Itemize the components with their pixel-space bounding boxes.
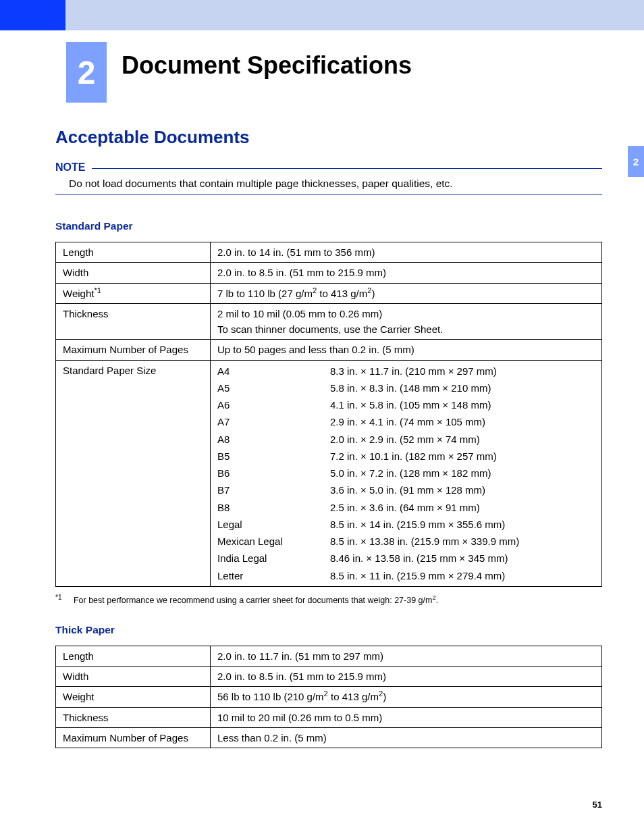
chapter-number: 2 [78, 54, 96, 91]
thick-paper-heading: Thick Paper [55, 624, 602, 636]
cell-label: Length [56, 242, 211, 263]
table-row: Width 2.0 in. to 8.5 in. (51 mm to 215.9… [56, 667, 602, 687]
size-name: A5 [217, 380, 330, 396]
size-dimension: 5.0 in. × 7.2 in. (128 mm × 182 mm) [330, 465, 595, 481]
cell-label: Thickness [56, 303, 211, 340]
size-dimension: 7.2 in. × 10.1 in. (182 mm × 257 mm) [330, 448, 595, 465]
size-name: A8 [217, 431, 330, 448]
note-text: Do not load documents that contain multi… [55, 174, 602, 194]
size-name: A4 [217, 363, 330, 380]
size-name: B7 [217, 481, 330, 498]
table-row: Width 2.0 in. to 8.5 in. (51 mm to 215.9… [56, 263, 602, 283]
size-dimension: 3.6 in. × 5.0 in. (91 mm × 128 mm) [330, 481, 595, 498]
top-banner-accent [0, 0, 65, 30]
size-dimension: 2.0 in. × 2.9 in. (52 mm × 74 mm) [330, 431, 595, 448]
weight-value-mid: to 413 g/m [317, 288, 367, 299]
size-name: Mexican Legal [217, 533, 330, 550]
section-title: Acceptable Documents [55, 127, 602, 148]
size-dimension: 8.5 in. × 13.38 in. (215.9 mm × 339.9 mm… [330, 533, 595, 550]
size-name: A6 [217, 396, 330, 413]
thickness-line1: 2 mil to 10 mil (0.05 mm to 0.26 mm) [217, 306, 595, 321]
note-rule-bottom [55, 194, 602, 194]
cell-label: Maximum Number of Pages [56, 727, 211, 748]
cell-value: 2.0 in. to 11.7 in. (51 mm to 297 mm) [211, 646, 602, 666]
cell-value: 7 lb to 110 lb (27 g/m2 to 413 g/m2) [211, 283, 602, 303]
size-dimension: 5.8 in. × 8.3 in. (148 mm × 210 mm) [330, 380, 595, 396]
size-name: India Legal [217, 550, 330, 567]
cell-label: Width [56, 667, 211, 687]
size-dimension: 8.5 in. × 11 in. (215.9 mm × 279.4 mm) [330, 567, 595, 584]
size-dims-column: 8.3 in. × 11.7 in. (210 mm × 297 mm)5.8 … [330, 361, 601, 586]
cell-value: 2 mil to 10 mil (0.05 mm to 0.26 mm) To … [211, 303, 602, 340]
size-dimension: 8.46 in. × 13.58 in. (215 mm × 345 mm) [330, 550, 595, 567]
standard-paper-heading: Standard Paper [55, 220, 602, 232]
cell-value: Up to 50 pages and less than 0.2 in. (5 … [211, 340, 602, 360]
weight-value-post: ) [372, 288, 375, 299]
cell-label: Maximum Number of Pages [56, 340, 211, 360]
cell-value: 2.0 in. to 14 in. (51 mm to 356 mm) [211, 242, 602, 263]
weight-value-pre: 7 lb to 110 lb (27 g/m [217, 288, 313, 299]
size-name: B8 [217, 499, 330, 516]
document-page: 2 Document Specifications 2 Acceptable D… [0, 0, 644, 834]
thick-weight-post: ) [383, 691, 386, 702]
table-row: Thickness 2 mil to 10 mil (0.05 mm to 0.… [56, 303, 602, 340]
cell-value: 2.0 in. to 8.5 in. (51 mm to 215.9 mm) [211, 667, 602, 687]
cell-value: 10 mil to 20 mil (0.26 mm to 0.5 mm) [211, 707, 602, 727]
cell-label: Weight [56, 687, 211, 707]
thick-paper-table: Length 2.0 in. to 11.7 in. (51 mm to 297… [55, 646, 602, 748]
thickness-line2: To scan thinner documents, use the Carri… [217, 321, 595, 337]
table-row: Length 2.0 in. to 14 in. (51 mm to 356 m… [56, 242, 602, 263]
top-banner [0, 0, 644, 30]
size-name: A7 [217, 413, 330, 430]
standard-paper-table: Length 2.0 in. to 14 in. (51 mm to 356 m… [55, 242, 602, 587]
content-area: Acceptable Documents NOTE Do not load do… [55, 122, 602, 748]
cell-label: Standard Paper Size [56, 360, 211, 586]
cell-label: Width [56, 263, 211, 283]
size-name: B5 [217, 448, 330, 465]
table-row: Maximum Number of Pages Less than 0.2 in… [56, 727, 602, 748]
page-number: 51 [593, 800, 602, 810]
size-dimension: 2.9 in. × 4.1 in. (74 mm × 105 mm) [330, 413, 595, 430]
cell-label: Length [56, 646, 211, 666]
table-row: Weight 56 lb to 110 lb (210 g/m2 to 413 … [56, 687, 602, 707]
note-header: NOTE [55, 161, 602, 174]
standard-sizes-list: A4A5A6A7A8B5B6B7B8LegalMexican LegalIndi… [211, 361, 601, 586]
size-names-column: A4A5A6A7A8B5B6B7B8LegalMexican LegalIndi… [211, 361, 330, 586]
thick-weight-mid: to 413 g/m [328, 691, 379, 702]
cell-label: Thickness [56, 707, 211, 727]
weight-footnote-ref: *1 [94, 286, 101, 294]
chapter-title: Document Specifications [122, 51, 412, 80]
size-name: Letter [217, 567, 330, 584]
table-row: Length 2.0 in. to 11.7 in. (51 mm to 297… [56, 646, 602, 666]
cell-value: A4A5A6A7A8B5B6B7B8LegalMexican LegalIndi… [211, 360, 602, 586]
note-label: NOTE [55, 161, 92, 174]
cell-value: Less than 0.2 in. (5 mm) [211, 727, 602, 748]
side-tab-label: 2 [633, 156, 639, 167]
footnote-text-pre: For best performance we recommend using … [74, 596, 433, 605]
weight-label-text: Weight [63, 288, 94, 299]
note-block: NOTE Do not load documents that contain … [55, 161, 602, 194]
footnote-ref: *1 [55, 594, 71, 601]
table-row: Weight*1 7 lb to 110 lb (27 g/m2 to 413 … [56, 283, 602, 303]
size-dimension: 2.5 in. × 3.6 in. (64 mm × 91 mm) [330, 499, 595, 516]
thick-weight-pre: 56 lb to 110 lb (210 g/m [217, 691, 324, 702]
table-row: Thickness 10 mil to 20 mil (0.26 mm to 0… [56, 707, 602, 727]
cell-label: Weight*1 [56, 283, 211, 303]
cell-value: 56 lb to 110 lb (210 g/m2 to 413 g/m2) [211, 687, 602, 707]
cell-value: 2.0 in. to 8.5 in. (51 mm to 215.9 mm) [211, 263, 602, 283]
table-row: Maximum Number of Pages Up to 50 pages a… [56, 340, 602, 360]
note-rule-top [92, 168, 602, 169]
size-dimension: 4.1 in. × 5.8 in. (105 mm × 148 mm) [330, 396, 595, 413]
table-row: Standard Paper Size A4A5A6A7A8B5B6B7B8Le… [56, 360, 602, 586]
size-dimension: 8.5 in. × 14 in. (215.9 mm × 355.6 mm) [330, 516, 595, 533]
size-name: B6 [217, 465, 330, 481]
size-name: Legal [217, 516, 330, 533]
footnote-text-post: . [436, 596, 438, 605]
side-tab: 2 [628, 146, 644, 177]
chapter-number-box: 2 [66, 42, 107, 103]
standard-paper-footnote: *1 For best performance we recommend usi… [55, 594, 602, 605]
size-dimension: 8.3 in. × 11.7 in. (210 mm × 297 mm) [330, 363, 595, 380]
